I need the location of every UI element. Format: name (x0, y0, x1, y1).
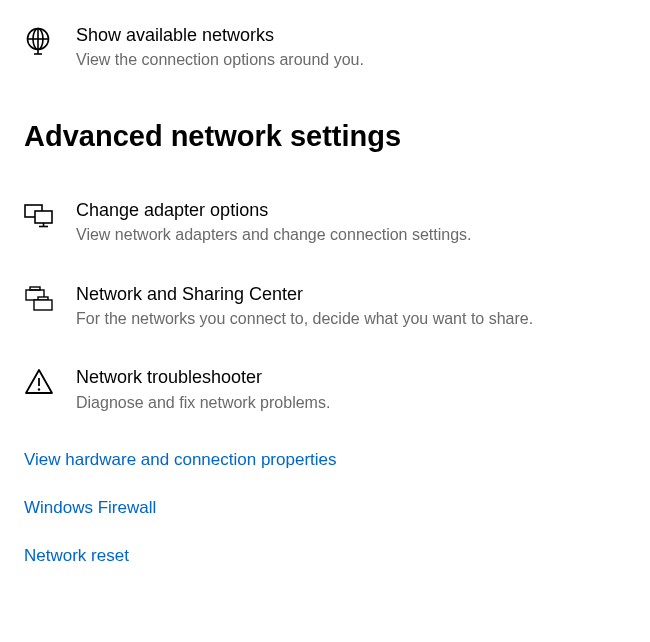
sharing-center-subtitle: For the networks you connect to, decide … (76, 308, 626, 330)
monitors-icon (24, 199, 58, 231)
troubleshooter-title: Network troubleshooter (76, 366, 626, 389)
svg-rect-13 (34, 300, 52, 310)
svg-rect-7 (35, 211, 52, 223)
windows-firewall-link[interactable]: Windows Firewall (24, 498, 626, 518)
printers-icon (24, 283, 58, 315)
svg-point-15 (38, 389, 40, 391)
section-heading: Advanced network settings (24, 120, 626, 153)
network-reset-link[interactable]: Network reset (24, 546, 626, 566)
change-adapter-option[interactable]: Change adapter options View network adap… (24, 199, 626, 247)
show-networks-title: Show available networks (76, 24, 626, 47)
hardware-properties-link[interactable]: View hardware and connection properties (24, 450, 626, 470)
troubleshooter-option[interactable]: Network troubleshooter Diagnose and fix … (24, 366, 626, 414)
change-adapter-subtitle: View network adapters and change connect… (76, 224, 626, 246)
troubleshooter-subtitle: Diagnose and fix network problems. (76, 392, 626, 414)
warning-icon (24, 366, 58, 396)
sharing-center-title: Network and Sharing Center (76, 283, 626, 306)
sharing-center-option[interactable]: Network and Sharing Center For the netwo… (24, 283, 626, 331)
show-networks-option[interactable]: Show available networks View the connect… (24, 24, 626, 72)
change-adapter-title: Change adapter options (76, 199, 626, 222)
show-networks-subtitle: View the connection options around you. (76, 49, 626, 71)
globe-icon (24, 24, 58, 56)
